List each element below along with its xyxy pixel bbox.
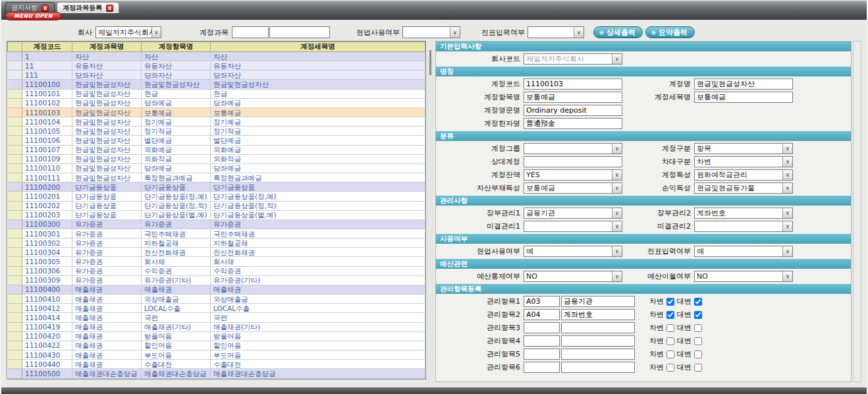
row-selector-cell[interactable] [8,304,22,313]
row-selector-cell[interactable] [8,275,22,285]
table-row[interactable]: 11100104현금및현금성자산정기예금정기예금 [8,117,425,127]
chevron-down-icon[interactable]: ∨ [612,183,622,193]
chevron-down-icon[interactable]: ∨ [782,271,792,281]
debit-checkbox[interactable] [666,298,674,306]
acct-group-select[interactable]: ∨ [524,143,622,154]
row-selector-cell[interactable] [8,248,22,257]
table-row[interactable]: 11100202단기금융상품단기금융상품(정,적)단기금융상품(정,적) [8,201,425,210]
mgmt-code-input[interactable] [524,349,560,360]
row-selector-cell[interactable] [8,70,22,80]
table-row[interactable]: 11100100현금및현금성자산현금및현금성자산현금및현금성자산 [8,80,425,89]
table-row[interactable]: 11100500매출채권대손충당금매출채권대손충당금매출채권대손충당금 [8,369,425,379]
chevron-down-icon[interactable]: ∨ [574,27,583,38]
table-row[interactable]: 1자산자산자산 [8,52,425,61]
row-selector-cell[interactable] [8,61,22,70]
table-row[interactable]: 11100201단기금융상품단기금융상품(정,예)단기금융상품(정,예) [8,192,425,201]
table-row[interactable]: 11100111현금및현금성자산특정현금과예금특정현금과예금 [8,173,425,183]
table-row[interactable]: 111당좌자산당좌자산당좌자산 [8,70,425,80]
use2-select[interactable]: 예∨ [694,246,793,257]
table-row[interactable]: 11100203단기금융상품단기금융상품(별,예)단기금융상품(별,예) [8,210,425,219]
mgmt-name-input[interactable] [561,322,635,333]
chevron-down-icon[interactable]: ∨ [612,246,622,256]
row-selector-cell[interactable] [8,192,22,201]
chevron-down-icon[interactable]: ∨ [151,27,161,38]
table-row[interactable]: 11100410매출채권외상매출금외상매출금 [8,295,425,304]
budget1-select[interactable]: NO∨ [524,271,622,282]
chevron-down-icon[interactable]: ∨ [782,208,792,218]
table-row[interactable]: 11100400매출채권매출채권매출채권 [8,285,425,294]
debit-checkbox[interactable] [666,311,674,319]
table-row[interactable]: 11100414매출채권국판국판 [8,313,425,322]
row-selector-cell[interactable] [8,295,22,304]
row-selector-cell[interactable] [8,266,22,275]
row-selector-cell[interactable] [8,183,22,192]
scroll-up-icon[interactable]: ∧ [854,43,861,50]
mgmt-code-input[interactable] [524,322,560,333]
table-row[interactable]: 11100422매출채권할인어음할인어음 [8,341,425,350]
chevron-down-icon[interactable]: ∨ [782,144,792,154]
mgmt-code-input[interactable] [524,296,560,307]
chevron-down-icon[interactable]: ∨ [450,27,460,38]
table-row[interactable]: 11100102현금및현금성자산당좌예금당좌예금 [8,98,425,107]
asset-trait-select[interactable]: 보통예금∨ [524,183,622,194]
detail-print-button[interactable]: 상세출력 [593,26,643,38]
panel-scrollbar[interactable]: ∧ ∨ [853,41,861,382]
close-icon[interactable]: x [106,5,113,12]
row-selector-cell[interactable] [8,257,22,266]
book2-select[interactable]: 계좌번호∨ [694,208,793,219]
account-name-input[interactable] [269,26,330,38]
menu-open-button[interactable]: MENU OPEN [5,12,61,20]
balance-select[interactable]: YES∨ [524,169,622,181]
chevron-down-icon[interactable]: ∨ [782,170,792,180]
table-row[interactable]: 11100105현금및현금성자산정기적금정기적금 [8,127,425,136]
chevron-down-icon[interactable]: ∨ [782,246,792,256]
book1-select[interactable]: 금융기관∨ [524,208,622,219]
row-selector-cell[interactable] [8,145,22,154]
grid-header[interactable]: 계정항목명 [142,42,211,52]
chevron-down-icon[interactable]: ∨ [612,208,622,218]
row-selector-cell[interactable] [8,341,22,350]
debit-checkbox[interactable] [666,364,674,372]
credit-checkbox[interactable] [694,311,702,319]
company-code-select[interactable]: 제일저지주식회사 ∨ [524,53,622,65]
row-selector-cell[interactable] [8,285,22,294]
table-row[interactable]: 11100305유가증권회사채회사채 [8,257,425,266]
row-selector-cell[interactable] [8,239,22,248]
tab-account-registration[interactable]: 계정과목등록 x [57,2,119,13]
pl-trait-select[interactable]: 현금및현금등가물∨ [694,183,793,194]
mgmt-code-input[interactable] [524,335,560,347]
row-selector-cell[interactable] [8,313,22,322]
account-code-input[interactable] [232,26,269,38]
credit-checkbox[interactable] [694,324,702,332]
use1-select[interactable]: 예∨ [524,246,622,257]
acct-hanja-input[interactable] [524,118,622,129]
chevron-down-icon[interactable]: ∨ [612,271,622,281]
row-selector-cell[interactable] [8,351,22,360]
debit-checkbox[interactable] [666,337,674,345]
table-row[interactable]: 11100306유가증권수익증권수익증권 [8,266,425,275]
row-selector-cell[interactable] [8,210,22,219]
table-row[interactable]: 11100200단기금융상품단기금융상품단기금융상품 [8,183,425,192]
debit-checkbox[interactable] [666,324,674,332]
scrollbar-thumb[interactable] [429,50,431,75]
table-row[interactable]: 11100301유가증권국민주택채권국민주택채권 [8,229,425,238]
table-row[interactable]: 11100110현금및현금성자산당좌예금당좌예금 [8,163,425,173]
row-selector-cell[interactable] [8,136,22,145]
table-row[interactable]: 11100101현금및현금성자산현금현금 [8,89,425,98]
trait-select[interactable]: 원화예적금관리∨ [694,169,793,181]
row-selector-cell[interactable] [8,331,22,341]
table-row[interactable]: 11100430매출채권부도어음부도어음 [8,351,425,360]
row-selector-cell[interactable] [8,163,22,173]
acct-code-input[interactable] [524,78,622,90]
row-selector-cell[interactable] [8,219,22,229]
credit-checkbox[interactable] [694,298,702,306]
row-selector-cell[interactable] [8,229,22,238]
table-row[interactable]: 11100412매출채권LOCAL수출LOCAL수출 [8,304,425,313]
row-selector-cell[interactable] [8,360,22,369]
acct-item-input[interactable] [524,92,622,103]
mgmt-name-input[interactable] [561,335,635,347]
row-selector-cell[interactable] [8,173,22,183]
mgmt-name-input[interactable] [561,296,635,307]
acct-name-input[interactable] [694,78,793,90]
grid-scrollbar[interactable] [427,41,434,382]
